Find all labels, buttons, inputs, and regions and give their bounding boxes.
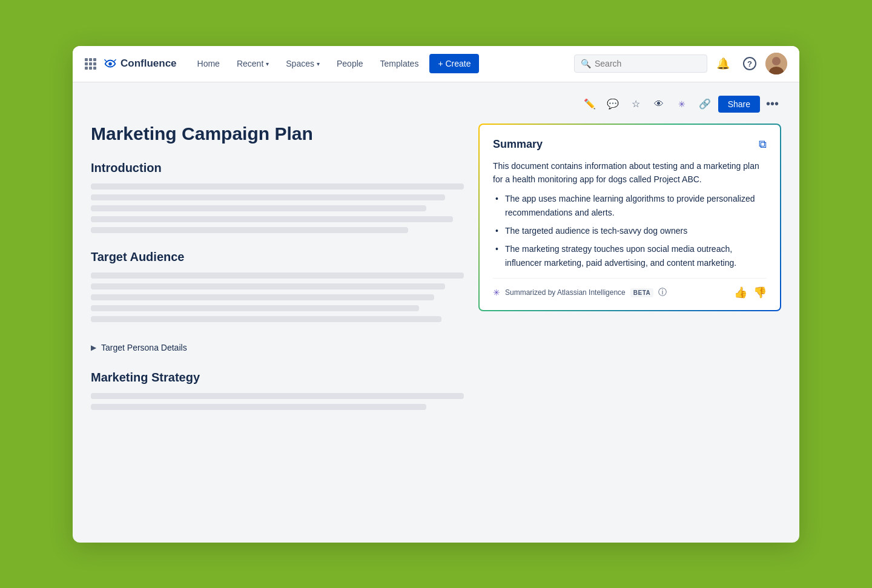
more-options-icon[interactable]: ••• (764, 97, 781, 111)
navbar: Confluence Home Recent ▾ Spaces ▾ People… (73, 46, 799, 82)
summary-card: Summary ⧉ This document contains informa… (478, 124, 781, 312)
nav-spaces[interactable]: Spaces ▾ (280, 55, 326, 72)
text-line (91, 283, 445, 289)
logo-text: Confluence (121, 58, 177, 70)
info-icon[interactable]: ⓘ (658, 287, 667, 298)
search-input[interactable] (595, 59, 701, 68)
share-button[interactable]: Share (718, 96, 760, 113)
text-line (91, 194, 445, 200)
card-footer: ✳ Summarized by Atlassian Intelligence B… (493, 278, 767, 299)
section-target-audience: Target Audience (91, 250, 464, 264)
text-line (91, 316, 441, 322)
card-bullets: The app uses machine learning algorithms… (493, 192, 767, 269)
search-icon: 🔍 (581, 59, 591, 68)
audience-text-block (91, 273, 464, 322)
edit-icon[interactable]: ✏️ (580, 94, 600, 114)
card-intro: This document contains information about… (493, 161, 759, 184)
user-avatar[interactable] (765, 53, 787, 74)
thumbs-down-icon[interactable]: 👎 (753, 286, 767, 299)
card-body: This document contains information about… (493, 159, 767, 270)
card-footer-right: 👍 👎 (734, 286, 767, 299)
spaces-chevron-icon: ▾ (317, 61, 320, 67)
nav-templates[interactable]: Templates (374, 55, 425, 72)
text-line (91, 216, 453, 222)
atlassian-ai-icon: ✳ (493, 288, 500, 297)
expandable-persona[interactable]: ▶ Target Persona Details (91, 339, 464, 356)
expandable-label: Target Persona Details (101, 343, 187, 352)
help-button[interactable]: ? (739, 53, 761, 74)
star-icon[interactable]: ☆ (626, 94, 646, 114)
watch-icon[interactable]: 👁 (649, 94, 669, 114)
svg-point-2 (772, 57, 781, 65)
section-marketing-strategy: Marketing Strategy (91, 371, 464, 385)
nav-home[interactable]: Home (191, 55, 226, 72)
page-area: Marketing Campaign Plan Introduction Tar… (91, 124, 781, 427)
ai-label: Summarized by Atlassian Intelligence (505, 288, 626, 297)
section-introduction: Introduction (91, 161, 464, 175)
card-footer-left: ✳ Summarized by Atlassian Intelligence B… (493, 287, 667, 298)
nav-people[interactable]: People (331, 55, 369, 72)
bullet-item-3: The marketing strategy touches upon soci… (495, 242, 767, 269)
text-line (91, 183, 464, 190)
beta-badge: BETA (630, 288, 653, 297)
bullet-item-1: The app uses machine learning algorithms… (495, 192, 767, 219)
page-title: Marketing Campaign Plan (91, 124, 464, 144)
notifications-button[interactable]: 🔔 (712, 53, 734, 74)
browser-window: Confluence Home Recent ▾ Spaces ▾ People… (73, 46, 799, 543)
text-line (91, 294, 434, 300)
text-line (91, 404, 426, 410)
link-icon[interactable]: 🔗 (695, 94, 715, 114)
ai-icon-toolbar[interactable]: ✳ (672, 94, 692, 114)
expand-chevron-icon: ▶ (91, 343, 96, 352)
help-icon: ? (743, 57, 756, 70)
card-header: Summary ⧉ (493, 138, 767, 151)
svg-point-0 (108, 62, 112, 66)
copy-icon[interactable]: ⧉ (759, 138, 767, 151)
create-button[interactable]: + Create (429, 54, 479, 73)
logo[interactable]: Confluence (104, 57, 177, 70)
app-switcher-icon[interactable] (85, 58, 96, 70)
nav-recent[interactable]: Recent ▾ (231, 55, 275, 72)
card-title: Summary (493, 138, 543, 151)
text-line (91, 273, 464, 279)
thumbs-up-icon[interactable]: 👍 (734, 286, 747, 299)
text-line (91, 205, 426, 211)
text-line (91, 227, 408, 233)
comment-icon[interactable]: 💬 (603, 94, 623, 114)
text-line (91, 393, 464, 399)
search-box[interactable]: 🔍 (574, 55, 707, 73)
page-toolbar: ✏️ 💬 ☆ 👁 ✳ 🔗 Share ••• (91, 94, 781, 114)
intro-text-block (91, 183, 464, 233)
strategy-text-block (91, 393, 464, 410)
content-area: ✏️ 💬 ☆ 👁 ✳ 🔗 Share ••• Marketing Campaig… (73, 82, 799, 543)
bell-icon: 🔔 (716, 57, 730, 70)
recent-chevron-icon: ▾ (266, 61, 269, 67)
summary-card-inner: Summary ⧉ This document contains informa… (480, 125, 780, 311)
text-line (91, 305, 419, 311)
page-document: Marketing Campaign Plan Introduction Tar… (91, 124, 464, 427)
bullet-item-2: The targeted audience is tech-savvy dog … (495, 224, 767, 237)
